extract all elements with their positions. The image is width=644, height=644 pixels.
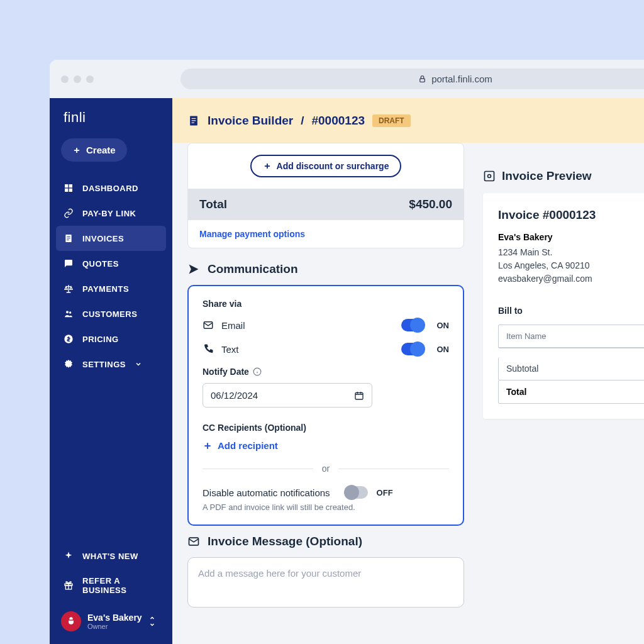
calendar-icon [354,391,364,401]
manage-payment-link[interactable]: Manage payment options [188,220,464,248]
disable-toggle-state: OFF [375,488,393,497]
svg-rect-21 [355,392,363,399]
gift-icon [64,580,74,591]
plus-icon [203,441,213,451]
message-header: Invoice Message (Optional) [187,535,464,548]
chevron-updown-icon [148,616,156,627]
quote-icon [64,258,74,269]
text-toggle-state: ON [431,345,449,354]
preview-billto-row: Bill to Due Date [498,306,644,316]
sidebar-item-payments[interactable]: PAYMENTS [50,276,172,301]
create-label: Create [86,145,116,155]
sidebar-item-quotes[interactable]: QUOTES [50,251,172,276]
document-icon [187,114,200,127]
invoice-number: #0000123 [311,114,365,128]
phone-icon [203,343,214,355]
svg-rect-1 [65,184,68,187]
link-icon [64,208,74,218]
create-button[interactable]: Create [61,138,127,162]
svg-rect-6 [67,236,70,237]
url-bar[interactable]: portal.finli.com [180,69,644,89]
preview-email: evasbakery@gmail.com [498,272,644,286]
users-icon [64,309,74,319]
svg-rect-18 [192,122,194,123]
svg-rect-23 [485,172,494,181]
svg-rect-0 [420,79,425,82]
status-badge: DRAFT [372,114,411,127]
page-title: Invoice Builder [208,114,293,128]
plus-icon [72,146,81,155]
notify-date-input[interactable]: 06/12/2024 [203,383,372,408]
sidebar-item-whatsnew[interactable]: WHAT'S NEW [50,543,172,569]
mail-icon [187,535,200,548]
preview-th-item: Item Name [506,331,547,341]
topbar: Invoice Builder / #0000123 DRAFT Save [172,98,644,143]
url-text: portal.finli.com [431,74,492,84]
sidebar-item-dashboard[interactable]: DASHBOARD [50,175,172,201]
profile-role: Owner [87,623,142,630]
sidebar-item-invoices[interactable]: INVOICES [56,226,166,251]
browser-window: portal.finli.com finli Create DASHBOARD … [50,60,644,644]
total-row: Total $450.00 [188,189,464,220]
sidebar-item-customers[interactable]: CUSTOMERS [50,301,172,326]
preview-icon [483,170,496,182]
profile-name: Eva's Bakery [87,613,142,623]
chevron-down-icon [135,360,142,368]
avatar [61,611,81,631]
svg-point-10 [69,311,71,313]
svg-rect-7 [67,238,70,238]
communication-card: Share via Email ON Text [187,285,464,526]
send-icon [187,263,200,275]
preview-addr2: Los Angeles, CA 90210 [498,259,644,272]
total-value: $450.00 [409,197,452,211]
add-discount-button[interactable]: Add discount or surcharge [250,155,402,177]
preview-title: Invoice Preview [483,169,644,183]
invoice-icon [64,233,74,243]
gear-icon [64,359,74,369]
total-label: Total [199,197,227,211]
svg-rect-4 [69,189,72,192]
preview-subtotal: Subtotal [498,357,644,380]
preview-total: Total [498,380,644,404]
traffic-min[interactable] [74,75,81,83]
sidebar: finli Create DASHBOARD PAY-BY LINK INVOI… [50,98,172,644]
plus-icon [263,162,272,170]
disable-toggle[interactable] [345,486,368,499]
preview-invoice-number: Invoice #0000123 [498,208,644,222]
breadcrumb-sep: / [301,114,304,128]
email-toggle-state: ON [431,321,449,330]
dollar-icon [64,334,74,344]
disable-help-text: A PDF and invoice link will still be cre… [203,502,449,512]
traffic-close[interactable] [61,75,69,83]
sidebar-item-refer[interactable]: REFER A BUSINESS [50,569,172,602]
sidebar-item-pricing[interactable]: PRICING [50,326,172,352]
scale-icon [64,284,74,294]
sidebar-item-settings[interactable]: SETTINGS [50,352,172,377]
notify-date-label: Notify Date [203,367,449,377]
add-recipient-button[interactable]: Add recipient [203,440,449,451]
sparkle-icon [64,551,74,561]
svg-rect-17 [192,120,196,121]
profile-switcher[interactable]: Eva's Bakery Owner [50,602,172,640]
svg-rect-3 [65,189,68,192]
communication-header: Communication [187,262,464,276]
email-toggle[interactable] [401,319,424,331]
info-icon[interactable] [253,367,262,376]
traffic-max[interactable] [86,75,94,83]
svg-rect-8 [67,240,69,240]
share-email-row: Email ON [203,319,449,331]
share-via-label: Share via [203,299,449,309]
preview-card: Invoice #0000123 Eva's Bakery 1234 Main … [483,193,644,419]
sidebar-item-paybylink[interactable]: PAY-BY LINK [50,201,172,226]
preview-company-name: Eva's Bakery [498,232,644,242]
dashboard-icon [64,183,74,193]
text-toggle[interactable] [401,343,424,355]
lock-icon [418,75,426,83]
disable-notifications-row: Disable automatic notifications OFF [203,486,449,499]
share-text-row: Text ON [203,343,449,355]
svg-rect-2 [69,184,72,187]
invoice-message-input[interactable]: Add a message here for your customer [187,557,464,608]
svg-rect-16 [192,118,196,118]
cc-label: CC Recipients (Optional) [203,423,449,433]
or-divider: or [203,464,449,474]
